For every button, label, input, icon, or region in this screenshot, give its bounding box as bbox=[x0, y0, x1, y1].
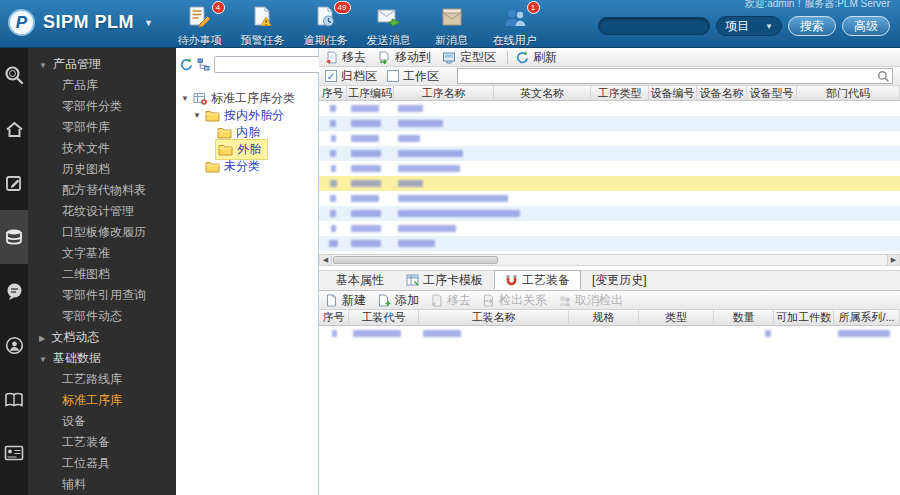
rail-item-3[interactable] bbox=[0, 210, 28, 264]
rail-item-7[interactable] bbox=[0, 426, 28, 480]
search-button[interactable]: 搜索 bbox=[788, 16, 836, 36]
column-header-0[interactable]: 序号 bbox=[319, 86, 347, 100]
scrollbar-thumb[interactable] bbox=[333, 256, 498, 264]
header-item-3[interactable]: 发送消息 bbox=[357, 3, 420, 48]
sidebar-item-8[interactable]: 口型板修改履历 bbox=[28, 222, 176, 243]
rail-item-1[interactable] bbox=[0, 102, 28, 156]
archive-area-checkbox[interactable]: ✓ bbox=[325, 70, 337, 82]
detail-tabs: 基本属性工序卡模板工艺装备[变更历史] bbox=[319, 270, 900, 291]
header-item-4[interactable]: 新消息 bbox=[420, 3, 483, 48]
sidebar-item-4[interactable]: 技术文件 bbox=[28, 138, 176, 159]
sidebar-item-1[interactable]: 产品库 bbox=[28, 75, 176, 96]
detail-column-header-0[interactable]: 序号 bbox=[319, 310, 349, 325]
column-header-7[interactable]: 设备型号 bbox=[747, 86, 797, 100]
sidebar-item-9[interactable]: 文字基准 bbox=[28, 243, 176, 264]
sidebar-item-11[interactable]: 零部件引用查询 bbox=[28, 285, 176, 306]
sidebar-section-13[interactable]: ▶文档动态 bbox=[28, 327, 176, 348]
detail-column-header-5[interactable]: 数量 bbox=[714, 310, 774, 325]
row-number-censored bbox=[331, 135, 336, 142]
column-header-8[interactable]: 部门代码 bbox=[797, 86, 900, 100]
detail-column-header-1[interactable]: 工装代号 bbox=[349, 310, 419, 325]
toolbar-button-2[interactable]: 定型区 bbox=[442, 49, 496, 66]
app-logo[interactable]: P SIPM PLM ▼ bbox=[8, 9, 153, 36]
rail-item-2[interactable] bbox=[0, 156, 28, 210]
scroll-right-icon[interactable]: ▶ bbox=[887, 255, 899, 265]
table-row-4[interactable] bbox=[319, 146, 900, 161]
scroll-left-icon[interactable]: ◀ bbox=[320, 255, 332, 265]
tree-expand-icon[interactable]: ▼ bbox=[179, 94, 191, 103]
table-row-8[interactable] bbox=[319, 206, 900, 221]
advanced-search-button[interactable]: 高级 bbox=[842, 16, 890, 36]
sidebar-item-18[interactable]: 工艺装备 bbox=[28, 432, 176, 453]
detail-tab-2[interactable]: 工艺装备 bbox=[494, 270, 581, 290]
column-header-2[interactable]: 工序名称 bbox=[394, 86, 494, 100]
tree-node-unclassified[interactable]: 未分类 bbox=[176, 158, 318, 175]
detail-tab-3[interactable]: [变更历史] bbox=[581, 270, 658, 290]
sidebar-item-7[interactable]: 花纹设计管理 bbox=[28, 201, 176, 222]
sidebar-section-0[interactable]: ▼产品管理 bbox=[28, 54, 176, 75]
sidebar-label: 二维图档 bbox=[62, 267, 110, 281]
tree-node-outer-tire[interactable]: 外胎 bbox=[176, 141, 318, 158]
sidebar-item-6[interactable]: 配方替代物料表 bbox=[28, 180, 176, 201]
grid-body bbox=[319, 101, 900, 251]
detail-tab-1[interactable]: 工序卡模板 bbox=[395, 270, 494, 290]
detail-column-header-7[interactable]: 所属系列/... bbox=[834, 310, 900, 325]
detail-column-header-3[interactable]: 规格 bbox=[569, 310, 639, 325]
rail-item-4[interactable] bbox=[0, 264, 28, 318]
header-item-0[interactable]: 4待办事项 bbox=[168, 3, 231, 48]
horizontal-scrollbar[interactable]: ◀ ▶ bbox=[319, 254, 900, 266]
column-header-3[interactable]: 英文名称 bbox=[494, 86, 591, 100]
table-row-1[interactable] bbox=[319, 101, 900, 116]
detail-column-header-2[interactable]: 工装名称 bbox=[419, 310, 569, 325]
table-row-10[interactable] bbox=[319, 236, 900, 251]
detail-column-header-6[interactable]: 可加工件数 bbox=[774, 310, 834, 325]
sidebar-section-14[interactable]: ▼基础数据 bbox=[28, 348, 176, 369]
sidebar-item-10[interactable]: 二维图档 bbox=[28, 264, 176, 285]
detail-table-row-1[interactable] bbox=[319, 326, 900, 341]
sidebar-item-3[interactable]: 零部件库 bbox=[28, 117, 176, 138]
toolbar-button-0[interactable]: 移去 bbox=[325, 49, 366, 66]
tree-expand-icon[interactable]: ▼ bbox=[191, 111, 203, 120]
refresh-icon[interactable] bbox=[180, 58, 193, 71]
toolbar-button-1[interactable]: 移动到 bbox=[377, 49, 431, 66]
rail-item-6[interactable] bbox=[0, 372, 28, 426]
table-row-3[interactable] bbox=[319, 131, 900, 146]
chevron-down-icon[interactable]: ▼ bbox=[144, 18, 153, 28]
detail-toolbar-button-0[interactable]: 新建 bbox=[325, 292, 366, 309]
header-item-2[interactable]: 49逾期任务 bbox=[294, 3, 357, 48]
sidebar-item-17[interactable]: 设备 bbox=[28, 411, 176, 432]
column-header-5[interactable]: 设备编号 bbox=[649, 86, 697, 100]
detail-tab-0[interactable]: 基本属性 bbox=[325, 270, 395, 290]
sidebar-item-2[interactable]: 零部件分类 bbox=[28, 96, 176, 117]
column-header-4[interactable]: 工序类型 bbox=[591, 86, 649, 100]
tree-node-group[interactable]: ▼ 按内外胎分 bbox=[176, 107, 318, 124]
toolbar-button-4[interactable]: 刷新 bbox=[516, 49, 557, 66]
column-header-1[interactable]: 工序编码 bbox=[347, 86, 394, 100]
detail-column-header-4[interactable]: 类型 bbox=[639, 310, 714, 325]
locate-node-icon[interactable] bbox=[197, 58, 210, 71]
sidebar-item-12[interactable]: 零部件动态 bbox=[28, 306, 176, 327]
header-item-5[interactable]: 1在线用户 bbox=[483, 3, 546, 48]
table-row-7[interactable] bbox=[319, 191, 900, 206]
work-area-checkbox[interactable] bbox=[387, 70, 399, 82]
global-search-input[interactable] bbox=[598, 17, 710, 35]
table-row-2[interactable] bbox=[319, 116, 900, 131]
table-row-6[interactable] bbox=[319, 176, 900, 191]
sidebar-label: 辅料 bbox=[62, 477, 86, 491]
sidebar-item-5[interactable]: 历史图档 bbox=[28, 159, 176, 180]
search-icon[interactable] bbox=[877, 70, 890, 83]
header-item-1[interactable]: 预警任务 bbox=[231, 3, 294, 48]
rail-item-5[interactable] bbox=[0, 318, 28, 372]
table-row-9[interactable] bbox=[319, 221, 900, 236]
column-header-6[interactable]: 设备名称 bbox=[697, 86, 747, 100]
rail-item-0[interactable] bbox=[0, 48, 28, 102]
search-scope-select[interactable]: 项目 ▼ bbox=[716, 16, 782, 36]
table-row-5[interactable] bbox=[319, 161, 900, 176]
sidebar-item-19[interactable]: 工位器具 bbox=[28, 453, 176, 474]
table-filter-input[interactable] bbox=[458, 70, 877, 82]
detail-toolbar-button-1[interactable]: 添加 bbox=[377, 292, 419, 309]
sidebar-item-15[interactable]: 工艺路线库 bbox=[28, 369, 176, 390]
sidebar-item-16[interactable]: 标准工序库 bbox=[28, 390, 176, 411]
sidebar-item-20[interactable]: 辅料 bbox=[28, 474, 176, 495]
tree-node-root[interactable]: ▼ 标准工序库分类 bbox=[176, 90, 318, 107]
